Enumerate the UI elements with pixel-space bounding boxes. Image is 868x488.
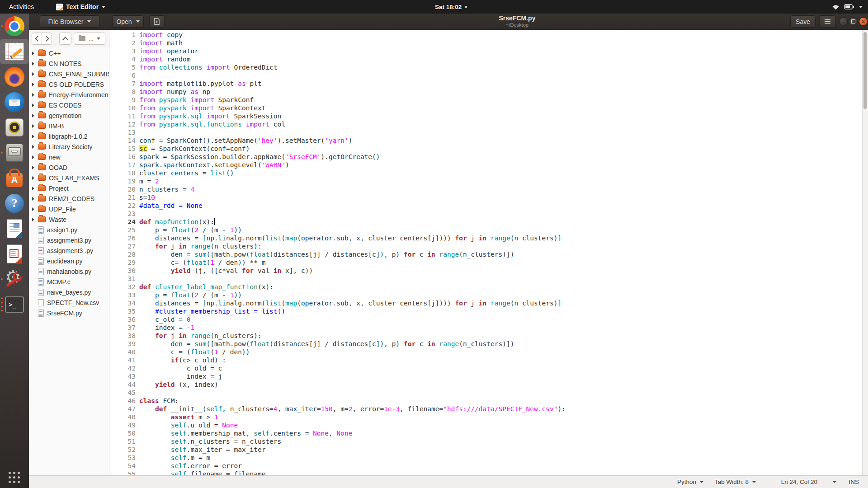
tree-folder-udp-file[interactable]: UDP_File bbox=[29, 204, 109, 214]
code-line-38[interactable]: 38 for j in range(n_clusters): bbox=[109, 332, 862, 340]
tree-file-mahalanobis-py[interactable]: mahalanobis.py bbox=[29, 266, 109, 277]
tree-folder-genymotion[interactable]: genymotion bbox=[29, 110, 109, 121]
location-dropdown[interactable]: ... bbox=[74, 33, 105, 45]
text-editor-area[interactable]: 1import copy2import math3import operator… bbox=[109, 30, 868, 475]
tree-folder-remzi-codes[interactable]: REMZI_CODES bbox=[29, 193, 109, 204]
dock-item-ubuntu-software[interactable]: A bbox=[0, 165, 29, 191]
code-line-52[interactable]: 52 self.max_iter = max_iter bbox=[109, 446, 862, 454]
tree-folder-es-codes[interactable]: ES CODES bbox=[29, 100, 109, 110]
up-button[interactable] bbox=[59, 33, 71, 45]
app-menu-button[interactable]: Text Editor bbox=[53, 0, 108, 14]
code-line-32[interactable]: 32def cluster_label_map_function(x): bbox=[109, 283, 862, 291]
dock-item-help[interactable]: ? bbox=[0, 191, 29, 216]
tree-folder-libgraph-1-0-2[interactable]: libgraph-1.0.2 bbox=[29, 131, 109, 141]
code-line-13[interactable]: 13 bbox=[109, 128, 862, 136]
code-line-28[interactable]: 28 den = sum([math.pow(float(distances[j… bbox=[109, 250, 862, 258]
dock-item-file-cabinet[interactable] bbox=[0, 140, 29, 165]
code-line-54[interactable]: 54 self.error = error bbox=[109, 462, 862, 470]
expander-icon[interactable] bbox=[32, 52, 34, 55]
code-line-4[interactable]: 4import random bbox=[109, 55, 862, 63]
cursor-position[interactable]: Ln 24, Col 20 bbox=[781, 476, 817, 488]
tab-width-selector[interactable]: Tab Width: 8 bbox=[715, 476, 756, 488]
dock-item-firefox[interactable] bbox=[0, 64, 29, 89]
dock-item-libreoffice-writer[interactable] bbox=[0, 216, 29, 241]
tree-file-assign1-py[interactable]: assign1.py bbox=[29, 225, 109, 235]
language-selector[interactable]: Python bbox=[677, 476, 703, 488]
code-line-2[interactable]: 2import math bbox=[109, 39, 862, 47]
tree-file-assignment3-py[interactable]: assignment3 .py bbox=[29, 245, 109, 256]
tree-folder-os-lab-exams[interactable]: OS_LAB_EXAMS bbox=[29, 173, 109, 183]
tree-folder-cns-final-submis[interactable]: CNS_FINAL_SUBMIS bbox=[29, 69, 109, 79]
code-line-30[interactable]: 30 yield (j, ([c*val for val in x], c)) bbox=[109, 267, 862, 275]
expander-icon[interactable] bbox=[32, 124, 34, 128]
code-line-8[interactable]: 8import numpy as np bbox=[109, 88, 862, 96]
code-line-37[interactable]: 37 index = -1 bbox=[109, 324, 862, 332]
code-line-53[interactable]: 53 self.m = m bbox=[109, 454, 862, 462]
code-line-22[interactable]: 22#data_rdd = None bbox=[109, 202, 862, 210]
tree-folder-c-[interactable]: C++ bbox=[29, 48, 109, 58]
expander-icon[interactable] bbox=[32, 93, 34, 97]
tree-file-naive-bayes-py[interactable]: naive_bayes.py bbox=[29, 287, 109, 297]
minimize-button[interactable]: − bbox=[839, 17, 848, 26]
code-line-27[interactable]: 27 for j in range(n_clusters): bbox=[109, 242, 862, 250]
code-line-45[interactable]: 45 bbox=[109, 389, 862, 397]
code-line-9[interactable]: 9from pyspark import SparkConf bbox=[109, 96, 862, 104]
code-line-46[interactable]: 46class FCM: bbox=[109, 397, 862, 405]
code-line-41[interactable]: 41 if(c> c_old) : bbox=[109, 356, 862, 364]
tree-folder-new[interactable]: new bbox=[29, 152, 109, 162]
close-button[interactable]: × bbox=[859, 17, 868, 26]
tree-file-mcmp-c[interactable]: MCMP.c bbox=[29, 277, 109, 287]
expander-icon[interactable] bbox=[32, 197, 34, 201]
code-line-26[interactable]: 26 distances = [np.linalg.norm(list(map(… bbox=[109, 234, 862, 242]
tree-folder-cs-old-folders[interactable]: CS OLD FOLDERS bbox=[29, 79, 109, 89]
expander-icon[interactable] bbox=[32, 145, 34, 149]
code-line-11[interactable]: 11from pyspark.sql import SparkSession bbox=[109, 112, 862, 120]
show-applications-button[interactable] bbox=[9, 472, 20, 483]
code-line-48[interactable]: 48 assert m > 1 bbox=[109, 413, 862, 421]
code-line-20[interactable]: 20n_clusters = 4 bbox=[109, 185, 862, 193]
expander-icon[interactable] bbox=[32, 176, 34, 180]
system-indicators[interactable] bbox=[832, 0, 863, 14]
tree-folder-project[interactable]: Project bbox=[29, 183, 109, 193]
code-line-25[interactable]: 25 p = float(2 / (m - 1)) bbox=[109, 226, 862, 234]
forward-button[interactable] bbox=[42, 33, 52, 45]
vertical-scrollbar[interactable] bbox=[862, 30, 868, 475]
open-button[interactable]: Open bbox=[112, 15, 144, 28]
code-line-33[interactable]: 33 p = float(2 / (m - 1)) bbox=[109, 291, 862, 299]
tree-folder-ooad[interactable]: OOAD bbox=[29, 162, 109, 173]
save-button[interactable]: Save bbox=[790, 15, 816, 28]
code-line-34[interactable]: 34 distances = [np.linalg.norm(list(map(… bbox=[109, 299, 862, 307]
code-line-44[interactable]: 44 yield (x, index) bbox=[109, 380, 862, 389]
code-line-18[interactable]: 18cluster_centers = list() bbox=[109, 169, 862, 177]
code-line-3[interactable]: 3import operator bbox=[109, 47, 862, 55]
code-line-14[interactable]: 14conf = SparkConf().setAppName('hey').s… bbox=[109, 136, 862, 145]
tree-file-assignment3-py[interactable]: assignment3.py bbox=[29, 235, 109, 245]
code-line-15[interactable]: 15sc = SparkContext(conf=conf) bbox=[109, 145, 862, 153]
code-line-23[interactable]: 23 bbox=[109, 210, 862, 218]
code-line-7[interactable]: 7import matplotlib.pyplot as plt bbox=[109, 80, 862, 88]
dock-item-libreoffice-impress[interactable] bbox=[0, 241, 29, 267]
dock-item-chrome[interactable] bbox=[0, 14, 29, 39]
expander-icon[interactable] bbox=[32, 72, 34, 76]
code-line-40[interactable]: 40 c = (float(1 / den)) bbox=[109, 348, 862, 356]
expander-icon[interactable] bbox=[32, 207, 34, 211]
code-line-50[interactable]: 50 self.membership_mat, self.centers = N… bbox=[109, 429, 862, 437]
tree-file-srsefcm-py[interactable]: SrseFCM.py bbox=[29, 308, 109, 318]
clock[interactable]: Sat 18:02 bbox=[435, 0, 467, 14]
code-line-51[interactable]: 51 self.n_clusters = n_clusters bbox=[109, 437, 862, 446]
new-document-button[interactable] bbox=[149, 15, 165, 28]
expander-icon[interactable] bbox=[32, 83, 34, 86]
code-line-29[interactable]: 29 c= (float(1 / den)) ** m bbox=[109, 258, 862, 267]
dock-item-system-tools[interactable]: ⚙ bbox=[0, 267, 29, 292]
tree-folder-cn-notes[interactable]: CN NOTES bbox=[29, 58, 109, 69]
code-line-17[interactable]: 17spark.sparkContext.setLogLevel('WARN') bbox=[109, 161, 862, 169]
dock-item-rhythmbox[interactable] bbox=[0, 115, 29, 140]
code-line-12[interactable]: 12from pyspark.sql.functions import col bbox=[109, 120, 862, 128]
menu-button[interactable] bbox=[819, 15, 835, 28]
tree-file-euclidean-py[interactable]: euclidean.py bbox=[29, 256, 109, 266]
code-line-36[interactable]: 36 c_old = 0 bbox=[109, 315, 862, 324]
expander-icon[interactable] bbox=[32, 103, 34, 107]
code-line-47[interactable]: 47 def __init__(self, n_clusters=4, max_… bbox=[109, 405, 862, 413]
code-line-24[interactable]: 24def mapfunction(x): bbox=[109, 218, 862, 226]
file-browser-toggle[interactable]: File Browser bbox=[40, 15, 99, 28]
